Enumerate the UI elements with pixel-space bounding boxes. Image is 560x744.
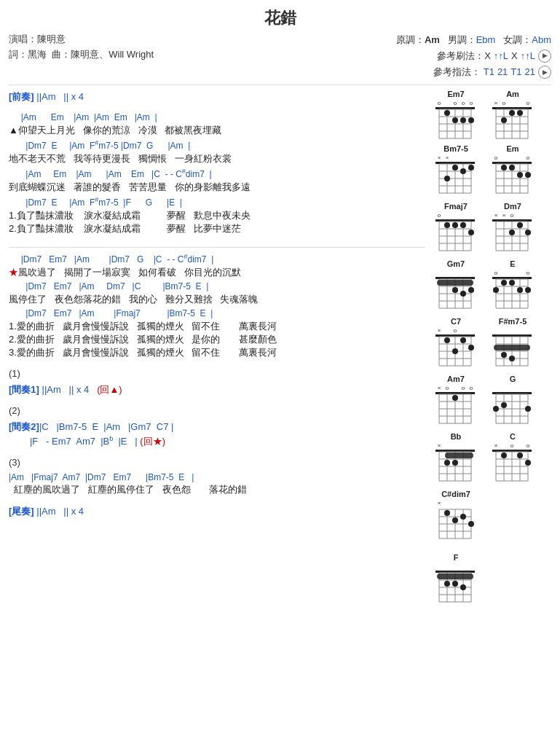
svg-point-211 <box>452 460 458 466</box>
svg-point-210 <box>444 460 450 466</box>
verse1-line3: |Am Em |Am |Am Em |C - - C#dim7 | 到底蝴蝶沉迷… <box>9 167 425 194</box>
svg-point-17 <box>460 117 466 123</box>
svg-point-35 <box>501 117 507 123</box>
chord-em: Em o o <box>488 144 537 199</box>
svg-point-115 <box>452 287 458 293</box>
svg-text:×: × <box>494 442 498 449</box>
svg-text:o: o <box>494 154 498 161</box>
svg-text:×: × <box>502 212 506 219</box>
chorus-line1: |Dm7 Em7 |Am |Dm7 G |C - - C#dim7 | ★風吹過… <box>9 252 425 279</box>
chord-gm7: Gm7 <box>431 259 481 314</box>
svg-point-33 <box>509 110 515 116</box>
svg-point-226 <box>501 453 507 458</box>
svg-point-194 <box>493 406 499 412</box>
svg-point-51 <box>468 165 474 171</box>
svg-point-259 <box>460 584 466 590</box>
interlude2-block: [間奏2]|C |Bm7-5 E |Am |Gm7 C7 | |F - Em7 … <box>9 420 425 448</box>
svg-point-257 <box>444 581 450 587</box>
svg-point-101 <box>509 230 515 235</box>
svg-point-132 <box>509 280 515 286</box>
svg-point-241 <box>444 510 450 516</box>
chords-sidebar: Em7 o o o o <box>431 90 551 611</box>
svg-point-82 <box>444 222 450 228</box>
lyrics-section: [前奏] ||Am || x 4 |Am Em |Am |Am Em |Am |… <box>9 90 431 611</box>
svg-text:o: o <box>454 100 457 106</box>
svg-point-15 <box>444 110 450 116</box>
svg-point-196 <box>525 406 531 412</box>
chord-bb: Bb × <box>431 432 481 487</box>
chord-am7: Am7 × o o o <box>431 375 481 429</box>
svg-text:o: o <box>527 100 530 106</box>
svg-point-18 <box>468 117 474 123</box>
svg-text:o: o <box>510 212 514 219</box>
chord-csharpdim7: C#dim7 × 3 <box>431 490 481 550</box>
chord-bm75: Bm7-5 × × <box>431 144 481 199</box>
chorus-line2: |Dm7 Em7 |Am Dm7 |C |Bm7-5 E | 風停住了 夜色怨落… <box>9 281 425 306</box>
svg-text:o: o <box>462 100 465 106</box>
song-meta: 演唱：陳明意 詞：黑海 曲：陳明意、Will Wright <box>9 32 154 63</box>
verse1-line2: |Dm7 E |Am F#m7-5 |Dm7 G |Am | 地不老天不荒 我等… <box>9 138 425 165</box>
svg-text:o: o <box>438 100 441 106</box>
svg-point-165 <box>501 352 507 358</box>
chord-g: G <box>488 375 537 429</box>
svg-text:o: o <box>438 212 441 219</box>
svg-text:×: × <box>494 212 498 219</box>
verse1-line1: |Am Em |Am |Am Em |Am | ▲仰望天上月光 像你的荒涼 冷漠… <box>9 111 425 137</box>
svg-point-134 <box>525 287 531 293</box>
svg-point-50 <box>460 168 466 174</box>
chord-fsharpm75: F#m7-5 <box>488 317 537 372</box>
svg-text:o: o <box>494 270 498 276</box>
svg-point-150 <box>460 337 466 343</box>
svg-text:o: o <box>470 385 473 391</box>
svg-point-131 <box>501 280 507 286</box>
svg-point-69 <box>525 172 531 178</box>
svg-point-66 <box>501 165 507 171</box>
intro-block: [前奏] ||Am || x 4 <box>9 90 425 104</box>
section2-label: (2) <box>9 404 425 418</box>
intro-label: [前奏] <box>9 91 36 102</box>
svg-point-117 <box>468 287 474 293</box>
svg-point-116 <box>460 291 466 297</box>
svg-text:×: × <box>438 154 441 161</box>
svg-rect-256 <box>437 573 473 579</box>
svg-point-102 <box>525 230 531 235</box>
outro-block: [尾奏] ||Am || x 4 <box>9 504 425 519</box>
svg-point-67 <box>509 165 515 171</box>
chord-fmaj7: Fmaj7 o <box>431 202 481 257</box>
chord-dm7: Dm7 × × o <box>488 202 537 257</box>
svg-rect-164 <box>494 345 530 351</box>
svg-point-151 <box>468 345 474 351</box>
svg-point-244 <box>468 521 474 527</box>
svg-point-228 <box>525 460 531 466</box>
chord-e: E o o <box>488 259 537 314</box>
svg-point-133 <box>517 287 523 293</box>
verse1-line4: |Dm7 E |Am F#m7-5 |F G |E | 1.負了豔抹濃妝 淚水凝… <box>9 195 425 235</box>
svg-text:×: × <box>446 154 449 161</box>
svg-text:o: o <box>454 327 457 334</box>
svg-point-135 <box>493 287 499 293</box>
svg-text:×: × <box>438 385 441 391</box>
svg-point-34 <box>517 110 523 116</box>
svg-rect-114 <box>437 280 473 286</box>
svg-point-84 <box>460 222 466 228</box>
svg-text:×: × <box>438 327 441 334</box>
svg-text:o: o <box>527 270 530 276</box>
svg-point-243 <box>460 514 466 520</box>
svg-point-227 <box>517 453 523 458</box>
strum-play-button[interactable]: ▶ <box>538 50 551 63</box>
svg-text:×: × <box>438 500 441 506</box>
svg-text:×: × <box>438 442 441 449</box>
svg-text:o: o <box>470 100 473 106</box>
finger-play-button[interactable]: ▶ <box>538 66 551 79</box>
svg-rect-209 <box>445 453 473 458</box>
svg-point-52 <box>444 176 450 181</box>
svg-point-182 <box>452 395 458 401</box>
svg-text:o: o <box>527 442 530 449</box>
svg-point-149 <box>444 337 450 343</box>
svg-point-152 <box>452 348 458 354</box>
svg-text:o: o <box>527 154 530 161</box>
section3-block: |Am |Fmaj7 Am7 |Dm7 Em7 |Bm7-5 E | 紅塵的風吹… <box>9 471 425 497</box>
svg-point-49 <box>452 165 458 171</box>
svg-point-100 <box>517 222 523 228</box>
svg-point-166 <box>509 356 515 361</box>
